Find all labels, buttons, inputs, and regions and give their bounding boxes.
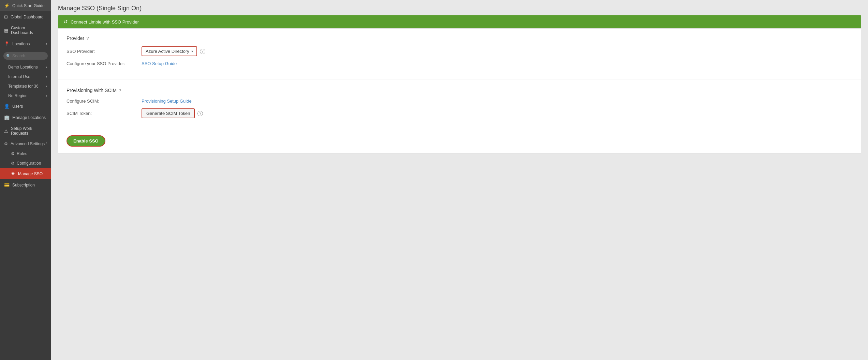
sidebar-item-global-dashboard[interactable]: ⊞ Global Dashboard bbox=[0, 11, 51, 22]
page-title: Manage SSO (Single Sign On) bbox=[58, 5, 861, 12]
sso-provider-control: Azure Active Directory ▾ ? bbox=[142, 46, 853, 56]
sidebar-item-locations[interactable]: 📍 Locations › bbox=[0, 38, 51, 49]
main-content: Manage SSO (Single Sign On) ↺ Connect Li… bbox=[51, 0, 868, 360]
scim-section-title: Provisioning With SCIM ? bbox=[67, 88, 853, 93]
sidebar-item-advanced-settings[interactable]: ⚙ Advanced Settings ˅ bbox=[0, 139, 51, 149]
connect-banner: ↺ Connect Limble with SSO Provider bbox=[58, 15, 861, 28]
dashboard-icon: ⊞ bbox=[4, 14, 8, 19]
provider-section: Provider ? SSO Provider: Azure Active Di… bbox=[58, 29, 861, 78]
no-region-chevron: › bbox=[46, 93, 47, 98]
sso-provider-dropdown[interactable]: Azure Active Directory ▾ bbox=[142, 46, 197, 56]
scim-help-icon[interactable]: ? bbox=[119, 88, 121, 93]
sidebar-item-users[interactable]: 👤 Users bbox=[0, 101, 51, 112]
demo-locations-chevron: › bbox=[46, 65, 47, 70]
sso-provider-help-icon[interactable]: ? bbox=[200, 49, 205, 54]
sso-provider-label: SSO Provider: bbox=[67, 49, 142, 54]
roles-icon: ⚙ bbox=[11, 151, 15, 156]
internal-use-chevron: › bbox=[46, 74, 47, 79]
search-wrap: 🔍 bbox=[3, 52, 48, 60]
enable-sso-section: Enable SSO bbox=[58, 130, 861, 153]
advanced-settings-icon: ⚙ bbox=[4, 141, 8, 146]
scim-token-help-icon[interactable]: ? bbox=[197, 111, 203, 116]
custom-dashboards-icon: ▦ bbox=[4, 28, 8, 33]
templates-chevron: › bbox=[46, 84, 47, 89]
dropdown-chevron-icon: ▾ bbox=[191, 49, 193, 53]
sso-provider-row: SSO Provider: Azure Active Directory ▾ ? bbox=[67, 46, 853, 56]
sso-provider-dropdown-wrap: Azure Active Directory ▾ ? bbox=[142, 46, 853, 56]
configure-scim-control: Provisioning Setup Guide bbox=[142, 99, 853, 104]
sidebar-item-manage-sso[interactable]: 👁 Manage SSO bbox=[0, 168, 51, 179]
sidebar-item-demo-locations[interactable]: Demo Locations › bbox=[0, 62, 51, 72]
sidebar-item-roles[interactable]: ⚙ Roles bbox=[0, 149, 51, 159]
configure-provider-row: Configure your SSO Provider: SSO Setup G… bbox=[67, 61, 853, 66]
generate-scim-wrap: Generate SCIM Token ? bbox=[142, 108, 853, 118]
banner-icon: ↺ bbox=[63, 19, 68, 25]
sso-setup-guide-link[interactable]: SSO Setup Guide bbox=[142, 61, 177, 66]
sidebar-item-templates[interactable]: Templates for 36 › bbox=[0, 81, 51, 91]
setup-wr-icon: ⚠ bbox=[4, 129, 8, 134]
manage-locations-icon: 🏢 bbox=[4, 115, 10, 120]
sidebar-item-custom-dashboards[interactable]: ▦ Custom Dashboards bbox=[0, 22, 51, 38]
advanced-settings-chevron: ˅ bbox=[45, 142, 47, 146]
sidebar-item-no-region[interactable]: No Region › bbox=[0, 91, 51, 101]
provider-section-title: Provider ? bbox=[67, 35, 853, 41]
content-area: ↺ Connect Limble with SSO Provider Provi… bbox=[51, 15, 868, 360]
configure-scim-row: Configure SCIM: Provisioning Setup Guide bbox=[67, 99, 853, 104]
main-card: Provider ? SSO Provider: Azure Active Di… bbox=[58, 28, 861, 154]
page-header: Manage SSO (Single Sign On) bbox=[51, 0, 868, 15]
sidebar-item-internal-use[interactable]: Internal Use › bbox=[0, 72, 51, 81]
sidebar-item-configuration[interactable]: ⚙ Configuration bbox=[0, 159, 51, 168]
sidebar-item-setup-work-requests[interactable]: ⚠ Setup Work Requests bbox=[0, 123, 51, 139]
subscription-icon: 💳 bbox=[4, 182, 10, 188]
locations-chevron-icon: › bbox=[46, 42, 47, 46]
sidebar-item-quick-start[interactable]: ⚡ Quick Start Guide bbox=[0, 0, 51, 11]
provider-help-icon[interactable]: ? bbox=[86, 36, 89, 41]
scim-token-label: SCIM Token: bbox=[67, 111, 142, 116]
sidebar: ⚡ Quick Start Guide ⊞ Global Dashboard ▦… bbox=[0, 0, 51, 360]
sidebar-search-area: 🔍 bbox=[0, 49, 51, 62]
enable-sso-button[interactable]: Enable SSO bbox=[67, 135, 105, 147]
configuration-icon: ⚙ bbox=[11, 161, 15, 166]
sidebar-item-manage-locations[interactable]: 🏢 Manage Locations bbox=[0, 112, 51, 123]
configure-provider-control: SSO Setup Guide bbox=[142, 61, 853, 66]
search-icon: 🔍 bbox=[6, 54, 11, 58]
configure-provider-label: Configure your SSO Provider: bbox=[67, 61, 142, 66]
scim-token-control: Generate SCIM Token ? bbox=[142, 108, 853, 118]
locations-icon: 📍 bbox=[4, 41, 10, 46]
banner-text: Connect Limble with SSO Provider bbox=[71, 19, 139, 25]
quick-start-icon: ⚡ bbox=[4, 3, 10, 8]
generate-scim-token-button[interactable]: Generate SCIM Token bbox=[142, 108, 195, 118]
manage-sso-icon: 👁 bbox=[11, 171, 15, 176]
scim-token-row: SCIM Token: Generate SCIM Token ? bbox=[67, 108, 853, 118]
provisioning-setup-guide-link[interactable]: Provisioning Setup Guide bbox=[142, 99, 192, 104]
sidebar-item-subscription[interactable]: 💳 Subscription bbox=[0, 179, 51, 191]
users-icon: 👤 bbox=[4, 104, 10, 109]
configure-scim-label: Configure SCIM: bbox=[67, 99, 142, 104]
section-divider bbox=[58, 79, 861, 79]
scim-section: Provisioning With SCIM ? Configure SCIM:… bbox=[58, 81, 861, 130]
